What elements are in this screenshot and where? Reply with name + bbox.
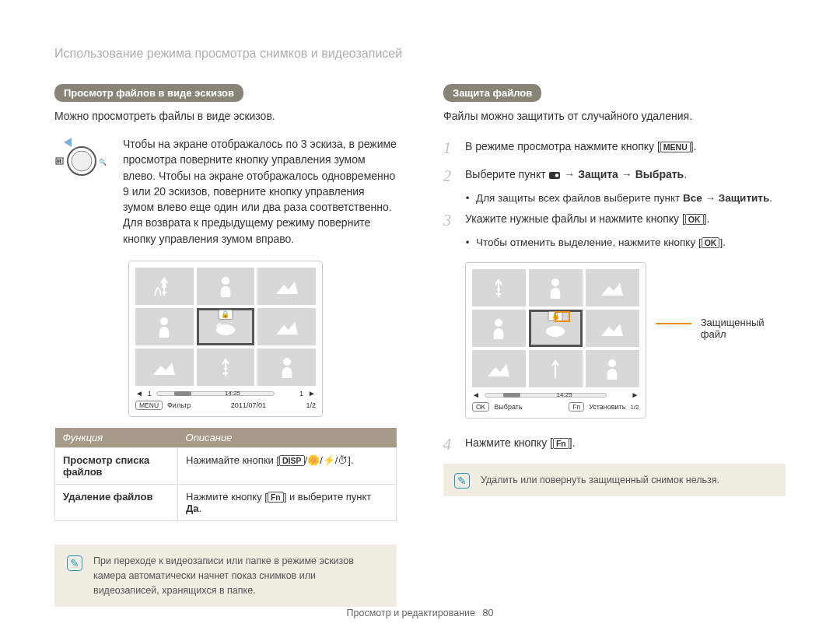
menu-key: MENU (660, 142, 691, 152)
fn-key: Fn (553, 438, 569, 449)
row2-label: Удаление файлов (55, 485, 178, 521)
bar-time: 14:25 (225, 390, 240, 397)
thumb (135, 308, 194, 345)
step-1: 1 В режиме просмотра нажмите кнопку [MEN… (443, 136, 786, 159)
bar-right-num: 1 (299, 390, 303, 398)
page-number: 80 (482, 608, 493, 618)
ok-key-tag: OK (472, 402, 489, 412)
page-footer: Просмотр и редактирование 80 (0, 608, 840, 618)
svg-point-6 (216, 324, 235, 335)
step-3: 3 Укажите нужные файлы и нажмите кнопку … (443, 208, 786, 232)
count-label: 1/2 (306, 401, 317, 409)
arrow-right-icon: ► (632, 391, 639, 399)
callout-highlight-box (555, 311, 570, 322)
left-screen-illustration: 🔒 ◄ 1 14:25 1 ► MENU (128, 261, 323, 417)
right-column: Защита файлов Файлы можно защитить от сл… (443, 84, 786, 607)
zoom-instruction-text: Чтобы на экране отображалось по 3 эскиза… (123, 136, 397, 247)
thumb (257, 268, 316, 305)
date-label: 2011/07/01 (231, 401, 266, 409)
set-label: Установить (589, 403, 625, 411)
step-num: 4 (443, 433, 457, 456)
table-row: Просмотр списка файлов Нажимайте кнопки … (55, 448, 397, 485)
thumb (586, 269, 639, 306)
thumb (197, 268, 255, 305)
footer-section: Просмотр и редактирование (347, 608, 475, 618)
fn-key: Fn (268, 492, 284, 503)
right-screen-illustration: 🔒 ◄ 14:25 ► (465, 262, 646, 419)
small-note-text: Удалить или повернуть защищенный снимок … (481, 475, 719, 485)
svg-point-9 (546, 326, 565, 337)
set-num: 1/2 (630, 404, 639, 411)
row1-desc: Нажимайте кнопки [DISP/🌼/⚡/⏱]. (178, 448, 397, 485)
table-header-description: Описание (178, 428, 397, 448)
left-note-box: ✎ При переходе к видеозаписи или папке в… (54, 545, 397, 607)
left-column: Просмотр файлов в виде эскизов Можно про… (54, 84, 397, 607)
tools-icon (548, 170, 561, 180)
left-section-desc: Можно просмотреть файлы в виде эскизов. (54, 110, 397, 122)
thumb (472, 269, 526, 306)
left-section-header: Просмотр файлов в виде эскизов (54, 84, 243, 102)
right-section-desc: Файлы можно защитить от случайного удале… (443, 110, 786, 122)
row1-label: Просмотр списка файлов (55, 448, 178, 485)
function-table: Функция Описание Просмотр списка файлов … (54, 428, 397, 521)
row2-desc: Нажмите кнопку [Fn] и выберите пункт Да. (178, 485, 397, 521)
thumb (257, 308, 316, 345)
thumb (472, 310, 526, 347)
svg-point-4 (72, 151, 92, 171)
svg-rect-2 (60, 159, 61, 163)
thumb (586, 350, 639, 387)
svg-rect-1 (58, 159, 59, 163)
right-section-header: Защита файлов (443, 84, 541, 102)
thumb (529, 350, 583, 387)
step-3-sub: • Чтобы отменить выделение, нажмите кноп… (443, 236, 786, 248)
bar-left-num: 1 (148, 390, 152, 398)
disp-key: DISP (279, 455, 305, 466)
arrow-left-icon: ◄ (135, 389, 143, 398)
step-2-sub: • Для защиты всех файлов выберите пункт … (443, 192, 786, 204)
fn-key-tag: Fn (569, 402, 584, 412)
thumb (472, 350, 526, 387)
thumb (197, 349, 255, 386)
filter-label: Фильтр (167, 401, 191, 409)
scrollbar-track (156, 391, 275, 396)
thumb (135, 349, 194, 386)
right-small-note: ✎ Удалить или повернуть защищенный снимо… (443, 464, 786, 496)
callout-label: Защищенный файл (701, 317, 786, 340)
arrow-left-icon: ◄ (472, 391, 480, 399)
bar-time: 14:25 (557, 391, 572, 398)
select-label: Выбрать (494, 403, 522, 411)
thumb (529, 269, 583, 306)
ok-key: OK (685, 214, 704, 225)
step-4: 4 Нажмите кнопку [Fn]. (443, 433, 786, 456)
ok-key: OK (702, 237, 720, 248)
note-icon: ✎ (67, 555, 82, 571)
scrollbar-track (485, 393, 607, 398)
step-num: 3 (443, 208, 457, 232)
thumb (135, 268, 194, 305)
page-title: Использование режима просмотра снимков и… (54, 47, 786, 61)
callout-line (656, 323, 691, 324)
svg-text:🔍: 🔍 (99, 158, 107, 166)
thumb (257, 349, 316, 386)
step-num: 1 (443, 136, 457, 159)
table-header-function: Функция (55, 428, 178, 448)
note-icon: ✎ (454, 473, 470, 489)
lock-icon: 🔒 (218, 310, 233, 320)
thumb (586, 310, 639, 347)
table-row: Удаление файлов Нажмите кнопку [Fn] и вы… (55, 485, 397, 521)
svg-point-8 (555, 174, 558, 177)
zoom-dial-icon: 🔍 (54, 136, 109, 247)
step-2: 2 Выберите пункт → Защита → Выбрать. (443, 164, 786, 187)
left-note-text: При переходе к видеозаписи или папке в р… (93, 554, 384, 597)
menu-key-tag: MENU (135, 401, 163, 410)
step-num: 2 (443, 164, 457, 187)
thumb-selected: 🔒 (197, 308, 255, 345)
arrow-right-icon: ► (308, 389, 316, 398)
